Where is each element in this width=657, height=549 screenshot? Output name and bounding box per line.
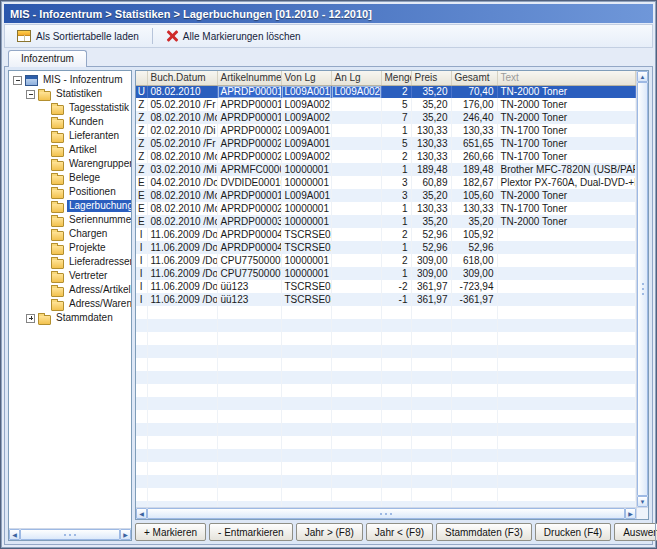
cell-preis[interactable]: 130,33 [411,150,451,163]
cell-datum[interactable]: 08.02.2010 [147,85,217,98]
table-row[interactable]: I11.06.2009 /Doüü123TSCRSE03-1361,97-361… [136,293,636,306]
cell-an[interactable] [331,176,381,189]
cell-artikel[interactable]: APRDP00004 [217,241,281,254]
footer-button-1[interactable]: - Entmarkieren [209,523,293,541]
cell-preis[interactable]: 309,00 [411,267,451,280]
cell-text[interactable]: TN-2000 Toner [497,189,636,202]
cell-preis[interactable]: 361,97 [411,280,451,293]
cell-datum[interactable]: 11.06.2009 /Do [147,293,217,306]
cell-preis[interactable]: 52,96 [411,228,451,241]
tree-item-mis-infozentrum[interactable]: MIS - Infozentrum [10,73,130,87]
table-row[interactable]: I11.06.2009 /DoAPRDP00004TSCRSE02252,961… [136,228,636,241]
cell-marker[interactable]: Z [136,98,147,111]
cell-datum[interactable]: 11.06.2009 /Do [147,267,217,280]
footer-button-2[interactable]: Jahr > (F8) [296,523,363,541]
cell-gesamt[interactable]: 105,92 [451,228,497,241]
tree-scrollbar-thumb[interactable] [20,529,120,540]
column-header-an[interactable]: An Lg [331,71,381,85]
cell-gesamt[interactable]: 52,96 [451,241,497,254]
grid-hscrollbar-thumb[interactable] [147,508,625,519]
cell-menge[interactable]: 2 [381,85,411,98]
cell-datum[interactable]: 05.02.2010 /Fr [147,137,217,150]
table-row[interactable]: E08.02.2010 /MoAPRDP00002100000011130,33… [136,202,636,215]
table-row[interactable]: E04.02.2010 /DoDVDIDE0001610000001360,89… [136,176,636,189]
cell-an[interactable] [331,163,381,176]
cell-an[interactable] [331,215,381,228]
cell-von[interactable]: L009A002 [281,111,331,124]
cell-marker[interactable]: I [136,254,147,267]
cell-text[interactable] [497,293,636,306]
cell-an[interactable] [331,111,381,124]
cell-marker[interactable]: U [136,85,147,98]
cell-text[interactable]: Plextor PX-760A, Dual-DVD-+R/-+RW, 18/18… [497,176,636,189]
column-header-datum[interactable]: Buch.Datum [147,71,217,85]
cell-an[interactable] [331,150,381,163]
column-header-text[interactable]: Text [497,71,636,85]
cell-marker[interactable]: E [136,202,147,215]
cell-gesamt[interactable]: 176,00 [451,98,497,111]
cell-menge[interactable]: 1 [381,215,411,228]
cell-gesamt[interactable]: 260,66 [451,150,497,163]
tree-item-statistiken[interactable]: Statistiken [10,87,130,101]
tree-item-seriennummern[interactable]: Seriennummern [10,213,130,227]
table-row[interactable]: E08.02.2010 /MoAPRDP0000310000001135,203… [136,215,636,228]
table-row[interactable]: Z02.02.2010 /DiAPRDP00002L009A0011130,33… [136,124,636,137]
cell-text[interactable]: TN-2000 Toner [497,98,636,111]
cell-datum[interactable]: 08.02.2010 /Mo [147,189,217,202]
footer-button-4[interactable]: Stammdaten (F3) [436,523,532,541]
cell-gesamt[interactable]: 130,33 [451,202,497,215]
cell-artikel[interactable]: APRDP00001 [217,98,281,111]
cell-marker[interactable]: I [136,267,147,280]
cell-an[interactable] [331,267,381,280]
scroll-left-icon[interactable]: ◀ [9,529,20,540]
cell-preis[interactable]: 130,33 [411,124,451,137]
cell-datum[interactable]: 08.02.2010 /Mo [147,202,217,215]
cell-menge[interactable]: 7 [381,111,411,124]
cell-text[interactable]: TN-1700 Toner [497,137,636,150]
tree-item-warengruppen[interactable]: Warengruppen [10,157,130,171]
tree-item-lagerbuchungen[interactable]: Lagerbuchungen [10,199,130,213]
column-header-preis[interactable]: Preis [411,71,451,85]
cell-an[interactable] [331,280,381,293]
cell-an[interactable] [331,254,381,267]
footer-button-6[interactable]: Auswertung (Return) [614,523,657,541]
cell-menge[interactable]: 3 [381,176,411,189]
cell-von[interactable]: 10000001 [281,176,331,189]
cell-marker[interactable]: Z [136,124,147,137]
cell-datum[interactable]: 11.06.2009 /Do [147,241,217,254]
cell-menge[interactable]: 2 [381,254,411,267]
cell-preis[interactable]: 60,89 [411,176,451,189]
cell-text[interactable] [497,267,636,280]
cell-preis[interactable]: 309,00 [411,254,451,267]
cell-menge[interactable]: 1 [381,241,411,254]
cell-artikel[interactable]: üü123 [217,293,281,306]
cell-artikel[interactable]: APRDP00002 [217,137,281,150]
table-row[interactable]: Z05.02.2010 /FrAPRDP00002L009A0015130,33… [136,137,636,150]
cell-datum[interactable]: 08.02.2010 /Mo [147,215,217,228]
tree-item-kunden[interactable]: Kunden [10,115,130,129]
cell-von[interactable]: L009A001 [281,137,331,150]
cell-an[interactable] [331,293,381,306]
cell-von[interactable]: TSCRSE02 [281,241,331,254]
cell-text[interactable]: TN-1700 Toner [497,124,636,137]
cell-marker[interactable]: E [136,189,147,202]
cell-marker[interactable]: I [136,293,147,306]
cell-gesamt[interactable]: -361,97 [451,293,497,306]
cell-artikel[interactable]: APRDP00002 [217,124,281,137]
cell-von[interactable]: 10000001 [281,202,331,215]
scroll-right-icon[interactable]: ▶ [625,508,636,519]
cell-preis[interactable]: 189,48 [411,163,451,176]
toolbar-button-1[interactable]: Alle Markierungen löschen [158,26,309,46]
cell-marker[interactable]: I [136,280,147,293]
tree-horizontal-scrollbar[interactable]: ◀ ▶ [9,528,131,540]
tree-item-lieferanten[interactable]: Lieferanten [10,129,130,143]
cell-text[interactable]: Brother MFC-7820N (USB/PAR/LAN, Scannen,… [497,163,636,176]
tree-item-belege[interactable]: Belege [10,171,130,185]
cell-artikel[interactable]: APRDP00001 [217,85,281,98]
cell-preis[interactable]: 35,20 [411,215,451,228]
scroll-left-icon[interactable]: ◀ [136,508,147,519]
table-row[interactable]: Z03.02.2010 /MiAPRMFC00001100000011189,4… [136,163,636,176]
tree-item-vertreter[interactable]: Vertreter [10,269,130,283]
cell-menge[interactable]: 1 [381,267,411,280]
cell-text[interactable] [497,280,636,293]
